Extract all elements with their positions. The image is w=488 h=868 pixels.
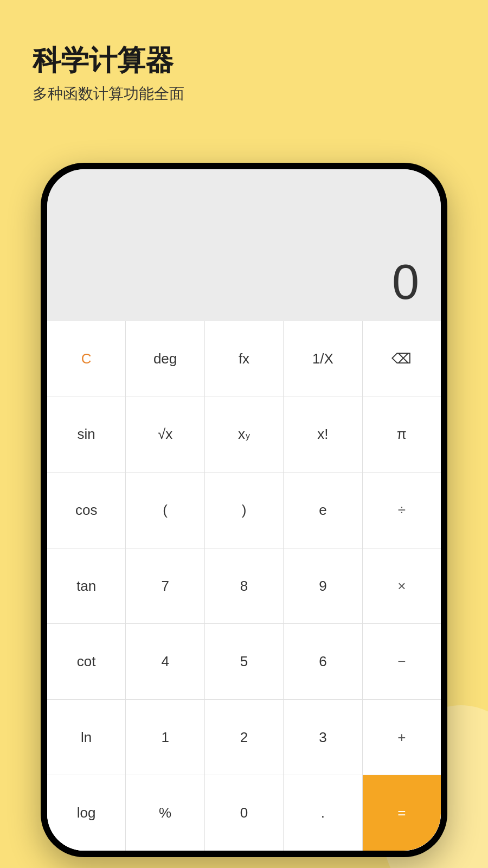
- tan-button[interactable]: tan: [47, 548, 126, 624]
- power-button[interactable]: xy: [205, 397, 284, 473]
- six-button[interactable]: 6: [284, 624, 362, 699]
- percent-button[interactable]: %: [126, 775, 204, 851]
- page-title: 科学计算器: [33, 43, 455, 77]
- five-button[interactable]: 5: [205, 624, 284, 699]
- key-row-5: cot 4 5 6 −: [47, 624, 441, 700]
- open-paren-button[interactable]: (: [126, 473, 204, 548]
- ln-button[interactable]: ln: [47, 700, 126, 775]
- nine-button[interactable]: 9: [284, 548, 362, 624]
- key-row-6: ln 1 2 3 +: [47, 700, 441, 776]
- key-row-4: tan 7 8 9 ×: [47, 548, 441, 624]
- phone-screen: 0 C deg fx 1/X ⌫ sin √x xy: [47, 169, 441, 851]
- header: 科学计算器 多种函数计算功能全面: [0, 0, 488, 126]
- phone-frame: 0 C deg fx 1/X ⌫ sin √x xy: [41, 163, 447, 857]
- equals-button[interactable]: =: [363, 775, 441, 851]
- seven-button[interactable]: 7: [126, 548, 204, 624]
- decimal-button[interactable]: .: [284, 775, 362, 851]
- display-value: 0: [392, 254, 419, 310]
- display-area: 0: [47, 169, 441, 321]
- eight-button[interactable]: 8: [205, 548, 284, 624]
- pi-button[interactable]: π: [363, 397, 441, 473]
- power-label: xy: [238, 426, 250, 443]
- page-subtitle: 多种函数计算功能全面: [33, 84, 455, 104]
- cot-button[interactable]: cot: [47, 624, 126, 699]
- reciprocal-button[interactable]: 1/X: [284, 321, 362, 397]
- close-paren-button[interactable]: ): [205, 473, 284, 548]
- sqrt-button[interactable]: √x: [126, 397, 204, 473]
- zero-button[interactable]: 0: [205, 775, 284, 851]
- add-button[interactable]: +: [363, 700, 441, 775]
- one-button[interactable]: 1: [126, 700, 204, 775]
- keypad-area: C deg fx 1/X ⌫ sin √x xy x! π: [47, 321, 441, 851]
- fx-button[interactable]: fx: [205, 321, 284, 397]
- key-row-3: cos ( ) e ÷: [47, 473, 441, 548]
- key-row-1: C deg fx 1/X ⌫: [47, 321, 441, 397]
- cos-button[interactable]: cos: [47, 473, 126, 548]
- euler-button[interactable]: e: [284, 473, 362, 548]
- subtract-button[interactable]: −: [363, 624, 441, 699]
- sin-button[interactable]: sin: [47, 397, 126, 473]
- backspace-button[interactable]: ⌫: [363, 321, 441, 397]
- four-button[interactable]: 4: [126, 624, 204, 699]
- factorial-button[interactable]: x!: [284, 397, 362, 473]
- three-button[interactable]: 3: [284, 700, 362, 775]
- key-row-7: log % 0 . =: [47, 775, 441, 851]
- key-row-2: sin √x xy x! π: [47, 397, 441, 473]
- log-button[interactable]: log: [47, 775, 126, 851]
- clear-button[interactable]: C: [47, 321, 126, 397]
- divide-button[interactable]: ÷: [363, 473, 441, 548]
- phone-wrapper: 0 C deg fx 1/X ⌫ sin √x xy: [41, 163, 447, 857]
- multiply-button[interactable]: ×: [363, 548, 441, 624]
- deg-button[interactable]: deg: [126, 321, 204, 397]
- two-button[interactable]: 2: [205, 700, 284, 775]
